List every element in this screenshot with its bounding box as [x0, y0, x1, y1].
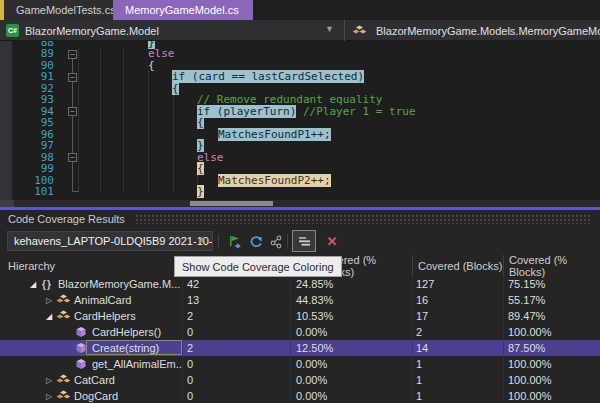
- tree-expander-collapsed[interactable]: ▷: [42, 392, 56, 401]
- code-line: 89else: [0, 48, 600, 60]
- code-text: if (playerTurn) //Player 1 = true: [197, 106, 416, 118]
- code-text: {: [172, 83, 179, 95]
- coverage-value: 17: [413, 308, 504, 324]
- coverage-value: 10.53%: [291, 308, 413, 324]
- coverage-value: 2: [183, 308, 291, 324]
- coverage-row-cardhelpers-[interactable]: CardHelpers()00.00%2100.00%: [0, 324, 600, 340]
- code-coverage-results-panel: Code Coverage Results kehavens_LAPTOP-0L…: [0, 210, 600, 403]
- fold-collapse-icon[interactable]: –: [68, 107, 77, 116]
- visual-studio-window: GameModelTests.cs MemoryGameModel.cs C# …: [0, 0, 600, 403]
- row-name: Create(string): [92, 342, 159, 354]
- row-name: get_AllAnimalEm...: [92, 358, 183, 370]
- type-scope-label: BlazorMemoryGame.Models.MemoryGameModel: [376, 25, 600, 37]
- class-icon: [56, 390, 70, 402]
- coverage-row-blazormemorygame-m-[interactable]: ◢{}BlazorMemoryGame.M...4224.85%12775.15…: [0, 276, 600, 292]
- method-icon: [74, 342, 88, 354]
- scrollbar-thumb[interactable]: [190, 201, 273, 206]
- coverage-value: 0: [183, 324, 291, 340]
- row-name: CardHelpers: [74, 310, 136, 322]
- chevron-down-icon: ▼: [198, 235, 207, 245]
- fold-collapse-icon[interactable]: –: [68, 73, 77, 82]
- line-number: 101: [14, 186, 54, 198]
- coverage-value: 16: [413, 292, 504, 308]
- coverage-value: 0: [183, 356, 291, 372]
- row-name: CardHelpers(): [92, 326, 161, 338]
- panel-drag-grip: [135, 214, 592, 224]
- coverage-value: 100.00%: [504, 372, 600, 388]
- coverage-toolbar: kehavens_LAPTOP-0LDQI5B9 2021-10-05 1 ▼: [0, 228, 600, 255]
- coverage-value: 1: [413, 388, 504, 403]
- coverage-value: 0.00%: [291, 388, 413, 403]
- coverage-value: 1: [413, 372, 504, 388]
- tooltip-text: Show Code Coverage Coloring: [182, 261, 334, 273]
- editor-horizontal-scrollbar[interactable]: [0, 200, 600, 207]
- tab-label: GameModelTests.cs: [16, 4, 116, 16]
- row-name: BlazorMemoryGame.M...: [58, 278, 180, 290]
- tab-gamemodeltests[interactable]: GameModelTests.cs: [4, 0, 113, 20]
- export-results-icon[interactable]: [266, 232, 286, 251]
- code-text: }: [197, 186, 204, 198]
- document-tab-bar: GameModelTests.cs MemoryGameModel.cs: [0, 0, 600, 20]
- tree-expander-expanded[interactable]: ◢: [42, 312, 56, 321]
- coverage-value: 0.00%: [291, 372, 413, 388]
- import-results-icon[interactable]: [225, 232, 245, 251]
- column-header-covered-blocks-[interactable]: Covered (Blocks): [413, 255, 504, 276]
- tree-expander-collapsed[interactable]: ▷: [42, 296, 56, 305]
- chevron-down-icon: ▼: [325, 24, 334, 34]
- coverage-row-create-string-[interactable]: Create(string)212.50%1487.50%: [0, 340, 600, 356]
- coverage-session-dropdown[interactable]: kehavens_LAPTOP-0LDQI5B9 2021-10-05 1 ▼: [7, 231, 213, 251]
- code-line: 91if (card == lastCardSelected): [0, 71, 600, 83]
- remove-result-icon[interactable]: ✕: [322, 232, 342, 251]
- tree-expander-collapsed[interactable]: ▷: [42, 376, 56, 385]
- project-scope-label: BlazorMemoryGame.Model: [25, 25, 159, 37]
- coverage-value: 2: [413, 324, 504, 340]
- coverage-row-catcard[interactable]: ▷CatCard00.00%1100.00%: [0, 372, 600, 388]
- column-header-hierarchy[interactable]: Hierarchy: [0, 255, 183, 276]
- coverage-row-animalcard[interactable]: ▷AnimalCard1344.83%1655.17%: [0, 292, 600, 308]
- coverage-value: 24.85%: [291, 276, 413, 292]
- code-line: 101}: [0, 186, 600, 198]
- row-name: DogCard: [74, 390, 118, 402]
- coverage-value: 127: [413, 276, 504, 292]
- coverage-value: 42: [183, 276, 291, 292]
- coverage-value: 0.00%: [291, 324, 413, 340]
- coverage-value: 0: [183, 372, 291, 388]
- project-scope-dropdown[interactable]: C# BlazorMemoryGame.Model ▼: [0, 20, 345, 41]
- fold-collapse-icon[interactable]: –: [68, 50, 77, 59]
- code-text: MatchesFoundP2++;: [218, 175, 331, 187]
- merge-results-icon[interactable]: [246, 232, 266, 251]
- code-line: 100MatchesFoundP2++;: [0, 175, 600, 187]
- coverage-row-dogcard[interactable]: ▷DogCard00.00%1100.00%: [0, 388, 600, 403]
- coverage-row-get-allanimalem-[interactable]: get_AllAnimalEm...00.00%1100.00%: [0, 356, 600, 372]
- code-text: if (card == lastCardSelected): [172, 71, 364, 83]
- coverage-value: 100.00%: [504, 388, 600, 403]
- toolbar-separator: [218, 234, 219, 249]
- tree-expander-expanded[interactable]: ◢: [26, 280, 40, 289]
- code-editor[interactable]: 88}89else90{91if (card == lastCardSelect…: [0, 41, 600, 200]
- class-icon: [352, 25, 366, 37]
- coverage-value: 1: [413, 356, 504, 372]
- tab-label: MemoryGameModel.cs: [125, 4, 239, 16]
- namespace-icon: {}: [40, 278, 54, 290]
- coverage-coloring-toggle[interactable]: [292, 230, 316, 252]
- csharp-project-icon: C#: [6, 24, 19, 37]
- coverage-value: 0.00%: [291, 356, 413, 372]
- coverage-table-body: ◢{}BlazorMemoryGame.M...4224.85%12775.15…: [0, 276, 600, 403]
- close-x-glyph: ✕: [327, 234, 338, 249]
- tooltip: Show Code Coverage Coloring: [174, 256, 342, 277]
- code-line: 97}: [0, 140, 600, 152]
- fold-collapse-icon[interactable]: –: [68, 153, 77, 162]
- coverage-value: 87.50%: [504, 340, 600, 356]
- column-header-covered-blocks-[interactable]: Covered (% Blocks): [504, 255, 600, 276]
- tab-memorygamemodel[interactable]: MemoryGameModel.cs: [113, 0, 253, 20]
- code-line: 98else: [0, 152, 600, 164]
- code-line: 96MatchesFoundP1++;: [0, 129, 600, 141]
- coverage-value: 13: [183, 292, 291, 308]
- coverage-value: 89.47%: [504, 308, 600, 324]
- class-icon: [56, 374, 70, 386]
- coverage-row-cardhelpers[interactable]: ◢CardHelpers210.53%1789.47%: [0, 308, 600, 324]
- type-scope-dropdown[interactable]: BlazorMemoryGame.Models.MemoryGameModel: [346, 20, 600, 41]
- panel-title-bar[interactable]: Code Coverage Results: [0, 210, 600, 228]
- coverage-value: 55.17%: [504, 292, 600, 308]
- toolbar-separator: [287, 234, 288, 249]
